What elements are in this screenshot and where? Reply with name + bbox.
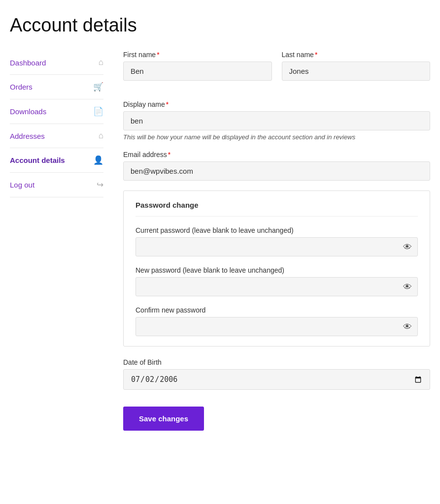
password-section: Password change Current password (leave … (123, 190, 430, 346)
display-name-required: * (166, 100, 169, 108)
first-name-input[interactable] (123, 62, 272, 81)
sidebar-item-log-out-label: Log out (10, 181, 34, 189)
sidebar-item-addresses-label: Addresses (10, 132, 45, 140)
display-name-label: Display name* (123, 100, 430, 108)
sidebar-item-account-details-label: Account details (10, 156, 65, 164)
display-name-hint: This will be how your name will be displ… (123, 133, 430, 141)
sidebar-item-downloads-label: Downloads (10, 107, 46, 116)
confirm-password-group: Confirm new password 👁 (135, 306, 418, 336)
name-row: First name* Last name* (123, 51, 430, 91)
sidebar-item-account-details[interactable]: Account details 👤 (10, 148, 103, 173)
dob-input[interactable] (123, 369, 430, 390)
email-group: Email address* (123, 151, 430, 181)
email-label: Email address* (123, 151, 430, 158)
sidebar: Dashboard ⌂ Orders 🛒 Downloads 📄 Address… (10, 51, 103, 431)
display-name-group: Display name* This will be how your name… (123, 100, 430, 141)
orders-icon: 🛒 (93, 82, 103, 92)
first-name-group: First name* (123, 51, 272, 81)
current-password-group: Current password (leave blank to leave u… (135, 226, 418, 256)
dob-label: Date of Birth (123, 358, 430, 366)
sidebar-item-log-out[interactable]: Log out ↪ (10, 173, 103, 197)
confirm-password-label: Confirm new password (135, 306, 418, 314)
page-title: Account details (10, 15, 430, 36)
last-name-input[interactable] (282, 62, 431, 81)
sidebar-item-dashboard[interactable]: Dashboard ⌂ (10, 51, 103, 75)
first-name-required: * (157, 51, 159, 59)
confirm-password-toggle-icon[interactable]: 👁 (403, 321, 412, 332)
sidebar-item-orders-label: Orders (10, 83, 33, 91)
confirm-password-wrapper: 👁 (135, 317, 418, 336)
sidebar-item-orders[interactable]: Orders 🛒 (10, 75, 103, 99)
log-out-icon: ↪ (97, 180, 103, 190)
email-required: * (168, 151, 170, 158)
current-password-input[interactable] (135, 237, 418, 256)
new-password-wrapper: 👁 (135, 277, 418, 296)
current-password-wrapper: 👁 (135, 237, 418, 256)
sidebar-item-downloads[interactable]: Downloads 📄 (10, 99, 103, 124)
last-name-group: Last name* (282, 51, 431, 81)
email-input[interactable] (123, 161, 430, 181)
current-password-toggle-icon[interactable]: 👁 (403, 242, 412, 252)
new-password-toggle-icon[interactable]: 👁 (403, 282, 412, 292)
dashboard-icon: ⌂ (99, 58, 103, 67)
sidebar-item-dashboard-label: Dashboard (10, 59, 46, 67)
new-password-group: New password (leave blank to leave uncha… (135, 266, 418, 296)
display-name-input[interactable] (123, 111, 430, 130)
password-section-title: Password change (135, 201, 418, 217)
last-name-required: * (315, 51, 317, 59)
account-details-icon: 👤 (93, 155, 103, 165)
last-name-label: Last name* (282, 51, 431, 59)
downloads-icon: 📄 (93, 106, 103, 117)
dob-group: Date of Birth (123, 358, 430, 390)
first-name-label: First name* (123, 51, 272, 59)
save-changes-button[interactable]: Save changes (123, 407, 204, 431)
addresses-icon: ⌂ (99, 131, 103, 141)
new-password-label: New password (leave blank to leave uncha… (135, 266, 418, 274)
account-form: First name* Last name* Display name* Th (103, 51, 430, 431)
confirm-password-input[interactable] (135, 317, 418, 336)
new-password-input[interactable] (135, 277, 418, 296)
current-password-label: Current password (leave blank to leave u… (135, 226, 418, 234)
sidebar-item-addresses[interactable]: Addresses ⌂ (10, 124, 103, 148)
